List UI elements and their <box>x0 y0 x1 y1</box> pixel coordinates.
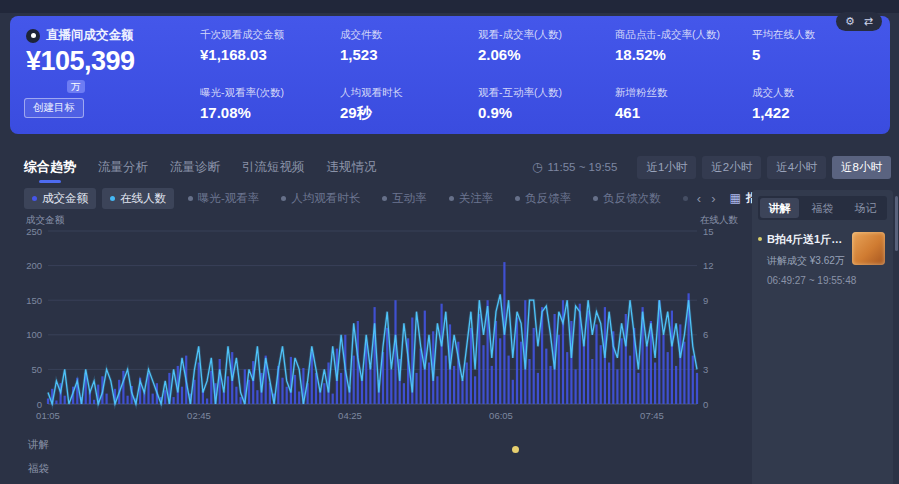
metric-cell: 成交人数 1,422 <box>752 86 899 121</box>
svg-text:250: 250 <box>26 226 42 237</box>
svg-text:在线人数: 在线人数 <box>700 214 739 225</box>
chip-label: 负反馈率 <box>525 191 571 206</box>
explain-time-range: 06:49:27 ~ 19:55:48 <box>767 275 887 286</box>
chip-negative-feedback-rate[interactable]: 负反馈率 <box>507 188 579 209</box>
chip-avg-watch-time[interactable]: 人均观看时长 <box>273 188 368 209</box>
metric-value: 5 <box>752 46 899 63</box>
chip-interaction-rate[interactable]: 互动率 <box>374 188 435 209</box>
tab-traffic-diagnosis[interactable]: 流量诊断 <box>170 159 220 176</box>
explain-event-marker[interactable] <box>512 446 519 453</box>
create-goal-button[interactable]: 创建目标 <box>24 98 84 118</box>
svg-text:0: 0 <box>37 399 42 410</box>
metric-value: 461 <box>615 104 765 121</box>
chip-label: 人均观看时长 <box>291 191 360 206</box>
series-dot <box>188 196 193 201</box>
tab-violations[interactable]: 违规情况 <box>327 159 377 176</box>
chip-follow-rate[interactable]: 关注率 <box>441 188 502 209</box>
product-title: B拍4斤送1斤共35-4... <box>767 232 851 247</box>
svg-text:01:05: 01:05 <box>36 410 60 421</box>
time-filter-8h[interactable]: 近8小时 <box>832 156 891 179</box>
chevron-right-icon[interactable]: › <box>711 191 715 206</box>
time-filter-1h[interactable]: 近1小时 <box>637 156 696 179</box>
gear-icon[interactable]: ⚙ <box>845 15 855 28</box>
metric-value: 29秒 <box>340 104 490 123</box>
events-panel-tabs: 讲解 福袋 场记 <box>758 196 887 220</box>
metric-cell: 人均观看时长 29秒 <box>340 86 490 123</box>
svg-text:100: 100 <box>26 329 42 340</box>
metric-value: ¥1,168.03 <box>200 46 350 63</box>
svg-text:04:25: 04:25 <box>338 410 362 421</box>
svg-text:02:45: 02:45 <box>187 410 211 421</box>
rp-tab-explain[interactable]: 讲解 <box>760 198 799 218</box>
unit-badge: 万 <box>67 80 85 93</box>
metric-label: 成交人数 <box>752 86 899 100</box>
metric-value: 17.08% <box>200 104 350 121</box>
rp-tab-lucky-bag[interactable]: 福袋 <box>803 198 842 218</box>
metric-label: 商品点击-成交率(人数) <box>615 28 765 42</box>
metric-cell: 平均在线人数 5 <box>752 28 899 63</box>
rp-tab-log[interactable]: 场记 <box>846 198 885 218</box>
metric-value: 1,422 <box>752 104 899 121</box>
metric-cell: 观看-互动率(人数) 0.9% <box>478 86 628 121</box>
chip-label: 曝光-观看率 <box>198 191 259 206</box>
grid-icon: ▦ <box>730 191 741 205</box>
events-panel: 讲解 福袋 场记 B拍4斤送1斤共35-4... 讲解成交 ¥3.62万 06:… <box>752 190 893 484</box>
chip-online-users[interactable]: 在线人数 <box>102 188 174 209</box>
tab-short-video[interactable]: 引流短视频 <box>242 159 305 176</box>
metric-cell: 观看-成交率(人数) 2.06% <box>478 28 628 63</box>
svg-text:6: 6 <box>703 329 708 340</box>
svg-text:3: 3 <box>703 364 708 375</box>
metric-value: 1,523 <box>340 46 490 63</box>
metric-value: 18.52% <box>615 46 765 63</box>
metric-cell: 商品点击-成交率(人数) 18.52% <box>615 28 765 63</box>
svg-text:150: 150 <box>26 295 42 306</box>
svg-text:200: 200 <box>26 260 42 271</box>
chevron-left-icon[interactable]: ‹ <box>697 191 701 206</box>
section-tabs-row: 综合趋势 流量分析 流量诊断 引流短视频 违规情况 ◷ 11:55 ~ 19:5… <box>24 152 891 182</box>
svg-text:07:45: 07:45 <box>640 410 664 421</box>
svg-text:9: 9 <box>703 295 708 306</box>
timeline-row-lucky-bag: 福袋 <box>28 462 49 476</box>
svg-text:12: 12 <box>703 260 714 271</box>
series-dot <box>515 196 520 201</box>
trend-chart[interactable]: 成交金额在线人数0501001502002500369121501:0502:4… <box>0 212 748 427</box>
time-filter-4h[interactable]: 近4小时 <box>767 156 826 179</box>
time-range-display: ◷ 11:55 ~ 19:55 <box>532 160 617 174</box>
metric-cell: 成交件数 1,523 <box>340 28 490 63</box>
metric-label: 新增粉丝数 <box>615 86 765 100</box>
chip-per-thousand-views[interactable]: 千次观... <box>675 188 691 209</box>
series-dot <box>683 196 688 201</box>
chip-gmv[interactable]: 成交金额 <box>24 188 96 209</box>
series-dot-gmv <box>32 196 37 201</box>
tab-overview[interactable]: 综合趋势 <box>24 158 76 176</box>
chip-label: 负反馈次数 <box>603 191 661 206</box>
chip-label: 成交金额 <box>42 191 88 206</box>
svg-text:0: 0 <box>703 399 708 410</box>
tab-traffic-analysis[interactable]: 流量分析 <box>98 159 148 176</box>
metric-label: 人均观看时长 <box>340 86 490 100</box>
chip-exposure-view-rate[interactable]: 曝光-观看率 <box>180 188 267 209</box>
chip-label: 关注率 <box>459 191 494 206</box>
main-metric-header: 直播间成交金额 <box>26 27 134 44</box>
series-dot-online <box>110 196 115 201</box>
metric-cell: 曝光-观看率(次数) 17.08% <box>200 86 350 121</box>
header-tools: ⚙ ⇄ <box>836 12 882 31</box>
explain-list-item[interactable]: B拍4斤送1斤共35-4... 讲解成交 ¥3.62万 06:49:27 ~ 1… <box>760 232 887 286</box>
chip-scroll-arrows: ‹ › <box>697 191 716 206</box>
svg-text:50: 50 <box>31 364 42 375</box>
timeline-row-explain: 讲解 <box>28 438 49 452</box>
metric-cell: 新增粉丝数 461 <box>615 86 765 121</box>
time-filter-2h[interactable]: 近2小时 <box>702 156 761 179</box>
main-metric-value: ¥105,399 <box>26 46 135 77</box>
metric-label: 成交件数 <box>340 28 490 42</box>
scrollbar-thumb[interactable] <box>895 196 898 251</box>
metric-label: 观看-互动率(人数) <box>478 86 628 100</box>
swap-icon[interactable]: ⇄ <box>864 15 873 28</box>
trend-chart-canvas[interactable]: 成交金额在线人数0501001502002500369121501:0502:4… <box>0 212 748 427</box>
main-metric-label: 直播间成交金额 <box>46 27 134 44</box>
chip-negative-feedback-count[interactable]: 负反馈次数 <box>585 188 669 209</box>
chip-label: 在线人数 <box>120 191 166 206</box>
series-dot <box>449 196 454 201</box>
time-range-text: 11:55 ~ 19:55 <box>548 161 618 173</box>
header-metrics-card: 直播间成交金额 ¥105,399 万 创建目标 千次观看成交金额 ¥1,168.… <box>10 16 890 134</box>
